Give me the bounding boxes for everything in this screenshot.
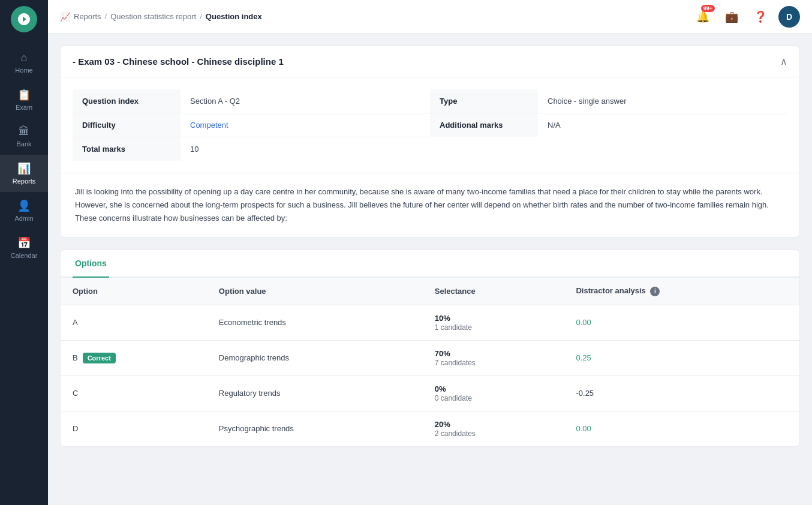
value-additional-marks: N/A [538,113,570,137]
content-area: - Exam 03 - Chinese school - Chinese dis… [48,34,812,505]
col-option: Option [61,278,207,305]
sidebar-label-admin: Admin [14,215,33,222]
sidebar-item-exam[interactable]: 📋 Exam [0,81,48,118]
selectance-D: 20%2 candidates [423,411,564,446]
help-button[interactable]: ❓ [750,6,771,28]
exam-card-title: - Exam 03 - Chinese school - Chinese dis… [73,56,284,67]
value-difficulty: Competent [181,113,238,137]
info-row-additional-marks: Additional marks N/A [430,113,787,137]
notifications-button[interactable]: 🔔 99+ [692,6,714,28]
options-section: Options Option Option value Selectance D… [60,250,800,447]
option-value-B: Demographic trends [207,340,423,375]
breadcrumb-reports[interactable]: Reports [74,12,101,21]
exam-card: - Exam 03 - Chinese school - Chinese dis… [60,46,800,238]
table-row: CRegulatory trends0%0 candidate-0.25 [61,375,799,411]
home-icon: ⌂ [21,52,28,64]
label-difficulty: Difficulty [73,113,181,137]
sidebar-label-reports: Reports [13,178,36,185]
options-header-row: Option Option value Selectance Distracto… [61,278,799,305]
selectance-count: 0 candidate [435,394,472,402]
options-tabs: Options [61,250,799,278]
breadcrumb-question-stats[interactable]: Question statistics report [110,12,196,21]
selectance-B: 70%7 candidates [423,340,564,375]
distractor-value: 0.00 [576,318,591,327]
value-total-marks: 10 [181,137,208,161]
option-value-A: Econometric trends [207,305,423,340]
selectance-count: 2 candidates [435,429,476,438]
notification-badge: 99+ [701,5,715,12]
distractor-value: -0.25 [576,389,594,398]
info-row-total-marks: Total marks 10 [73,137,430,161]
sidebar-item-reports[interactable]: 📊 Reports [0,155,48,192]
option-letter-A: A [61,305,207,340]
sidebar-logo[interactable] [11,6,37,32]
collapse-button[interactable]: ∧ [780,56,787,67]
sidebar-item-admin[interactable]: 👤 Admin [0,192,48,229]
selectance-pct: 20% [435,420,450,429]
main-area: 📈 Reports / Question statistics report /… [48,0,812,505]
exam-icon: 📋 [17,88,31,101]
selectance-A: 10%1 candidate [423,305,564,340]
option-letter-C: C [61,375,207,411]
label-question-index: Question index [73,89,181,113]
question-text: Jill is looking into the possibility of … [61,173,799,237]
distractor-D: 0.00 [564,411,799,446]
distractor-value: 0.00 [576,424,591,433]
selectance-count: 7 candidates [435,359,476,367]
selectance-count: 1 candidate [435,323,472,332]
sidebar-label-exam: Exam [16,104,32,111]
table-row: AEconometric trends10%1 candidate0.00 [61,305,799,340]
option-letter-D: D [61,411,207,446]
table-row: DPsychographic trends20%2 candidates0.00 [61,411,799,446]
tab-options[interactable]: Options [73,250,109,278]
info-left-col: Question index Section A - Q2 Difficulty… [73,89,430,161]
info-row-difficulty: Difficulty Competent [73,113,430,137]
header: 📈 Reports / Question statistics report /… [48,0,812,34]
info-grid: Question index Section A - Q2 Difficulty… [61,77,799,173]
value-type: Choice - single answer [538,89,636,113]
selectance-C: 0%0 candidate [423,375,564,411]
distractor-A: 0.00 [564,305,799,340]
header-actions: 🔔 99+ 💼 ❓ D [692,6,800,28]
label-additional-marks: Additional marks [430,113,538,137]
briefcase-button[interactable]: 💼 [721,6,742,28]
distractor-B: 0.25 [564,340,799,375]
option-letter-B: BCorrect [61,340,207,375]
options-table: Option Option value Selectance Distracto… [61,278,799,446]
sidebar-item-home[interactable]: ⌂ Home [0,44,48,81]
value-question-index: Section A - Q2 [181,89,249,113]
calendar-icon: 📅 [17,236,31,250]
selectance-pct: 0% [435,384,446,393]
correct-badge: Correct [83,353,116,363]
distractor-value: 0.25 [576,353,591,362]
sidebar-item-calendar[interactable]: 📅 Calendar [0,229,48,266]
sidebar-label-bank: Bank [16,140,31,148]
col-selectance: Selectance [423,278,564,305]
sidebar-item-bank[interactable]: 🏛 Bank [0,118,48,155]
breadcrumb-sep-2: / [200,12,202,21]
selectance-pct: 70% [435,349,450,358]
info-row-question-index: Question index Section A - Q2 [73,89,430,113]
reports-icon: 📊 [17,162,31,175]
options-table-body: AEconometric trends10%1 candidate0.00BCo… [61,305,799,446]
sidebar: ⌂ Home 📋 Exam 🏛 Bank 📊 Reports 👤 Admin 📅… [0,0,48,505]
info-row-type: Type Choice - single answer [430,89,787,113]
avatar[interactable]: D [778,6,800,28]
options-table-header: Option Option value Selectance Distracto… [61,278,799,305]
label-total-marks: Total marks [73,137,181,161]
col-distractor: Distractor analysis i [564,278,799,305]
exam-card-header: - Exam 03 - Chinese school - Chinese dis… [61,46,799,77]
table-row: BCorrectDemographic trends70%7 candidate… [61,340,799,375]
selectance-pct: 10% [435,314,450,323]
bank-icon: 🏛 [19,125,29,138]
option-value-D: Psychographic trends [207,411,423,446]
col-option-value: Option value [207,278,423,305]
breadcrumb-chart-icon: 📈 [60,12,70,22]
breadcrumb-current: Question index [206,12,262,21]
admin-icon: 👤 [17,199,31,212]
option-value-C: Regulatory trends [207,375,423,411]
distractor-info-icon[interactable]: i [650,287,660,296]
label-type: Type [430,89,538,113]
breadcrumb-sep-1: / [105,12,107,21]
breadcrumb: 📈 Reports / Question statistics report /… [60,12,687,22]
